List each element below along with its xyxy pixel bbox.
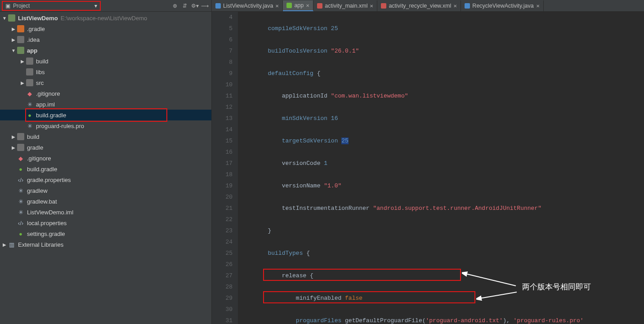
tree-root[interactable]: ▼ListViewDemoE:\workspace-new\ListViewDe…	[0, 13, 211, 23]
java-icon	[465, 3, 470, 9]
tab-activity-main[interactable]: activity_main.xml✕	[313, 0, 377, 11]
tree-ext-libs[interactable]: ▶▥External Libraries	[0, 239, 211, 250]
tree-idea[interactable]: ▶.idea	[0, 34, 211, 45]
close-icon[interactable]: ✕	[536, 4, 540, 9]
tree-settings-gradle[interactable]: ●settings.gradle	[0, 228, 211, 239]
tree-gradle[interactable]: ▶.gradle	[0, 23, 211, 34]
editor-tabbar: ListViewActivity.java✕ app✕ activity_mai…	[212, 0, 644, 12]
gradle-icon	[286, 3, 292, 8]
editor-gutter: 4567891011121314151617181920212223242526…	[212, 12, 238, 324]
project-selector-label: Project	[13, 3, 30, 9]
close-icon[interactable]: ✕	[306, 3, 309, 8]
project-tree[interactable]: ▼ListViewDemoE:\workspace-new\ListViewDe…	[0, 12, 211, 324]
tree-build-gradle-selected[interactable]: ●build.gradle	[0, 110, 211, 120]
java-icon	[215, 3, 221, 9]
tree-src[interactable]: ▶src	[0, 77, 211, 88]
tree-libs[interactable]: libs	[0, 67, 211, 77]
tree-build-gradle2[interactable]: ●build.gradle	[0, 164, 211, 174]
hide-icon[interactable]: ⟶	[201, 2, 209, 10]
close-icon[interactable]: ✕	[453, 4, 457, 9]
project-panel-tools: ⊕ ⇵ ⚙▾ ⟶	[171, 2, 211, 10]
tab-activity-recycle[interactable]: activity_recycle_view.xml✕	[377, 0, 461, 11]
close-icon[interactable]: ✕	[275, 4, 279, 9]
close-icon[interactable]: ✕	[370, 4, 373, 9]
tree-build[interactable]: ▶build	[0, 131, 211, 142]
tree-app[interactable]: ▼app	[0, 45, 211, 56]
tree-local-props[interactable]: ‹/›local.properties	[0, 217, 211, 228]
annotation-text: 两个版本号相同即可	[522, 281, 591, 293]
project-selector-dropdown[interactable]: ▣ Project ▾	[2, 1, 101, 11]
tree-gradle-props[interactable]: ‹/›gradle.properties	[0, 174, 211, 185]
tree-iml[interactable]: ✳ListViewDemo.iml	[0, 207, 211, 217]
collapse-icon[interactable]: ⇵	[181, 2, 189, 10]
xml-icon	[381, 3, 386, 9]
code-editor[interactable]: 4567891011121314151617181920212223242526…	[212, 12, 644, 324]
editor-area: ListViewActivity.java✕ app✕ activity_mai…	[212, 0, 644, 324]
tab-app-gradle[interactable]: app✕	[283, 0, 313, 11]
tree-proguard[interactable]: ✳proguard-rules.pro	[0, 120, 211, 131]
editor-code[interactable]: compileSdkVersion 25 buildToolsVersion "…	[238, 12, 644, 324]
tree-gradlew[interactable]: ✳gradlew	[0, 185, 211, 196]
project-panel: ▣ Project ▾ ⊕ ⇵ ⚙▾ ⟶ ▼ListViewDemoE:\wor…	[0, 0, 212, 324]
tab-recycleviewactivity[interactable]: RecycleViewActivity.java✕	[461, 0, 543, 11]
xml-icon	[317, 3, 322, 9]
tree-gitignore[interactable]: ◆.gitignore	[0, 88, 211, 99]
gear-icon[interactable]: ⚙▾	[191, 2, 199, 10]
project-panel-header: ▣ Project ▾ ⊕ ⇵ ⚙▾ ⟶	[0, 0, 211, 12]
tree-gradle2[interactable]: ▶gradle	[0, 142, 211, 153]
tree-app-build[interactable]: ▶build	[0, 56, 211, 67]
tree-app-iml[interactable]: ✳app.iml	[0, 99, 211, 110]
tab-listviewactivity[interactable]: ListViewActivity.java✕	[212, 0, 283, 11]
locate-icon[interactable]: ⊕	[171, 2, 179, 10]
tree-gradlew-bat[interactable]: ✳gradlew.bat	[0, 196, 211, 207]
tree-gitignore2[interactable]: ◆.gitignore	[0, 153, 211, 164]
